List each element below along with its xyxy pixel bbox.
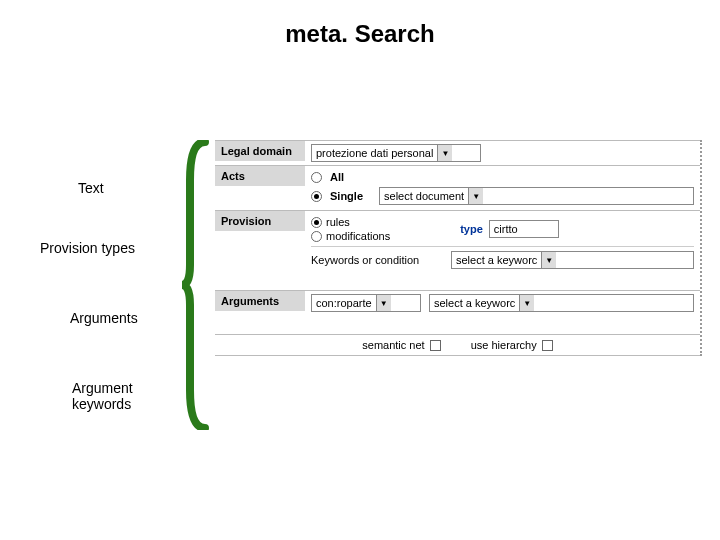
semantic-net-checkbox[interactable] [430, 340, 441, 351]
row-footer: semantic net use hierarchy [215, 334, 700, 356]
anno-provision-types: Provision types [40, 240, 135, 256]
provision-keywords-select[interactable]: select a keyworc ▼ [451, 251, 694, 269]
anno-arguments: Arguments [70, 310, 138, 326]
label-acts: Acts [215, 166, 305, 186]
legal-domain-select[interactable]: protezione dati personal ▼ [311, 144, 481, 162]
anno-argument-keywords-1: Argument [72, 380, 133, 396]
use-hierarchy-label: use hierarchy [471, 339, 537, 351]
anno-text: Text [78, 180, 104, 196]
row-legal-domain: Legal domain protezione dati personal ▼ [215, 140, 700, 165]
row-arguments: Arguments con:roparte ▼ select a keyworc… [215, 290, 700, 334]
arguments-select-1[interactable]: con:roparte ▼ [311, 294, 421, 312]
label-legal-domain: Legal domain [215, 141, 305, 161]
provision-type-field[interactable]: cirtto [489, 220, 559, 238]
chevron-down-icon: ▼ [541, 252, 556, 268]
search-form: Legal domain protezione dati personal ▼ … [215, 140, 702, 356]
acts-all-label: All [330, 171, 344, 183]
acts-document-select[interactable]: select document ▼ [379, 187, 694, 205]
brace-icon [180, 140, 210, 430]
row-provision: Provision rules modifications type cirtt… [215, 210, 700, 290]
chevron-down-icon: ▼ [437, 145, 452, 161]
semantic-net-label: semantic net [362, 339, 424, 351]
chevron-down-icon: ▼ [519, 295, 534, 311]
anno-argument-keywords-2: keywords [72, 396, 131, 412]
chevron-down-icon: ▼ [468, 188, 483, 204]
row-acts: Acts All Single select document ▼ [215, 165, 700, 210]
page-title: meta. Search [0, 20, 720, 48]
label-provision: Provision [215, 211, 305, 231]
acts-all-radio[interactable] [311, 172, 322, 183]
keywords-label: Keywords or condition [311, 254, 441, 266]
provision-modifications-radio[interactable]: modifications [311, 230, 390, 242]
arguments-select-2[interactable]: select a keyworc ▼ [429, 294, 694, 312]
acts-single-label: Single [330, 190, 363, 202]
acts-single-radio[interactable] [311, 191, 322, 202]
chevron-down-icon: ▼ [376, 295, 391, 311]
use-hierarchy-checkbox[interactable] [542, 340, 553, 351]
provision-type-label: type [460, 223, 483, 235]
provision-rules-radio[interactable]: rules [311, 216, 390, 228]
label-arguments: Arguments [215, 291, 305, 311]
